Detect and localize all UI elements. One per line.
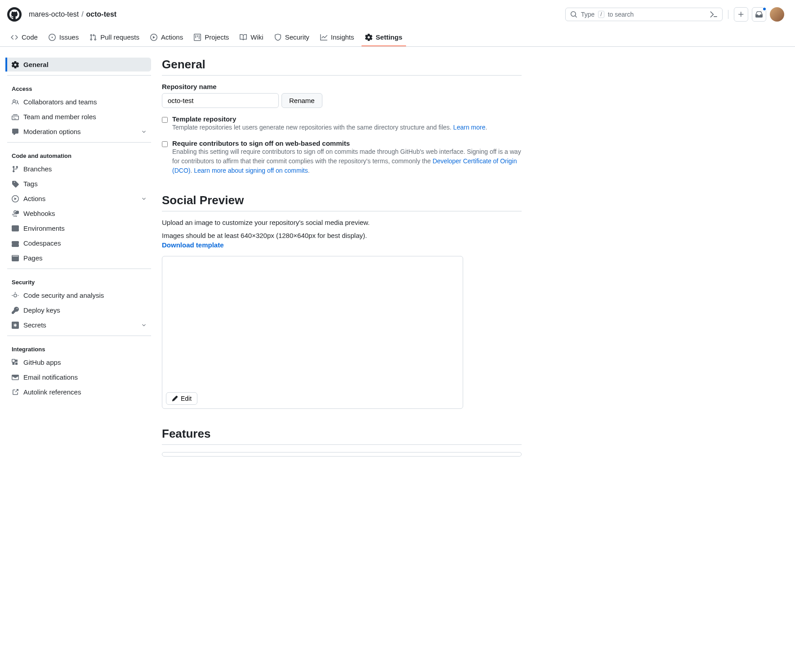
- sidebar-actions[interactable]: Actions: [7, 192, 151, 206]
- key-icon: [12, 307, 19, 314]
- create-button[interactable]: [734, 7, 748, 22]
- social-preview-box: Edit: [162, 256, 463, 409]
- tab-settings[interactable]: Settings: [362, 29, 406, 46]
- features-box: [162, 452, 522, 457]
- signoff-desc: Enabling this setting will require contr…: [172, 147, 522, 175]
- sidebar-tags[interactable]: Tags: [7, 177, 151, 191]
- signoff-label: Require contributors to sign off on web-…: [172, 139, 522, 147]
- page-title: General: [162, 58, 522, 76]
- features-title: Features: [162, 427, 522, 445]
- codespaces-icon: [12, 240, 19, 247]
- repo-name-input[interactable]: [162, 93, 279, 108]
- social-desc2: Images should be at least 640×320px (128…: [162, 232, 522, 239]
- webhook-icon: [12, 210, 19, 217]
- tab-code[interactable]: Code: [7, 29, 41, 46]
- sidebar-email[interactable]: Email notifications: [7, 370, 151, 384]
- chevron-down-icon: [141, 196, 147, 202]
- signoff-learn-link[interactable]: Learn more about signing off on commits: [194, 167, 308, 174]
- integrations-heading: Integrations: [7, 343, 151, 355]
- download-template-link[interactable]: Download template: [162, 241, 224, 249]
- sidebar-secrets[interactable]: Secrets: [7, 318, 151, 332]
- template-checkbox[interactable]: [162, 117, 168, 123]
- sidebar-webhooks[interactable]: Webhooks: [7, 206, 151, 220]
- comment-icon: [12, 128, 19, 135]
- sidebar-moderation[interactable]: Moderation options: [7, 125, 151, 139]
- repo-link[interactable]: octo-test: [86, 10, 117, 18]
- search-input[interactable]: Type / to search: [565, 8, 723, 21]
- divider: [728, 10, 728, 19]
- apps-icon: [12, 359, 19, 366]
- breadcrumb: mares-octo-test / octo-test: [29, 10, 565, 18]
- plus-icon: [737, 11, 745, 18]
- pencil-icon: [172, 395, 178, 402]
- social-title: Social Preview: [162, 193, 522, 211]
- github-logo[interactable]: [7, 7, 22, 22]
- sidebar-general[interactable]: General: [5, 58, 151, 72]
- tab-wiki[interactable]: Wiki: [236, 29, 267, 46]
- edit-button[interactable]: Edit: [166, 392, 197, 405]
- tab-security[interactable]: Security: [271, 29, 313, 46]
- breadcrumb-sep: /: [81, 10, 83, 18]
- code-heading: Code and automation: [7, 150, 151, 162]
- projects-icon: [194, 34, 201, 41]
- sidebar-deploy-keys[interactable]: Deploy keys: [7, 303, 151, 317]
- graph-icon: [320, 34, 327, 41]
- people-icon: [12, 99, 19, 106]
- id-badge-icon: [12, 113, 19, 121]
- sidebar-environments[interactable]: Environments: [7, 221, 151, 235]
- access-heading: Access: [7, 83, 151, 95]
- code-icon: [11, 34, 18, 41]
- sidebar-pages[interactable]: Pages: [7, 251, 151, 265]
- sidebar-github-apps[interactable]: GitHub apps: [7, 355, 151, 369]
- sidebar-branches[interactable]: Branches: [7, 162, 151, 176]
- scan-icon: [12, 292, 19, 299]
- gear-icon: [365, 34, 372, 41]
- repo-tabs: Code Issues Pull requests Actions Projec…: [0, 29, 795, 47]
- social-desc1: Upload an image to customize your reposi…: [162, 219, 522, 226]
- tab-insights[interactable]: Insights: [317, 29, 358, 46]
- server-icon: [12, 225, 19, 232]
- template-label: Template repository: [172, 115, 487, 123]
- repo-name-label: Repository name: [162, 83, 522, 90]
- signoff-checkbox[interactable]: [162, 141, 168, 147]
- sidebar-autolink[interactable]: Autolink references: [7, 385, 151, 399]
- tab-actions[interactable]: Actions: [147, 29, 187, 46]
- tab-issues[interactable]: Issues: [45, 29, 82, 46]
- sidebar-collaborators[interactable]: Collaborators and teams: [7, 95, 151, 109]
- notifications-button[interactable]: [752, 7, 766, 22]
- asterisk-icon: [12, 322, 19, 329]
- tab-projects[interactable]: Projects: [190, 29, 232, 46]
- sidebar-team-roles[interactable]: Team and member roles: [7, 110, 151, 124]
- sidebar-code-security[interactable]: Code security and analysis: [7, 288, 151, 302]
- inbox-icon: [755, 11, 763, 18]
- tab-pulls[interactable]: Pull requests: [86, 29, 143, 46]
- wiki-icon: [240, 34, 247, 41]
- template-desc: Template repositories let users generate…: [172, 123, 487, 132]
- notification-dot: [762, 7, 767, 11]
- main-content: General Repository name Rename Template …: [162, 58, 522, 457]
- chevron-down-icon: [141, 323, 147, 328]
- browser-icon: [12, 255, 19, 262]
- search-icon: [570, 11, 577, 18]
- mail-icon: [12, 374, 19, 381]
- shield-icon: [274, 34, 281, 41]
- actions-icon: [150, 34, 157, 41]
- learn-more-link[interactable]: Learn more: [453, 124, 486, 131]
- avatar[interactable]: [770, 7, 784, 22]
- security-heading: Security: [7, 276, 151, 288]
- owner-link[interactable]: mares-octo-test: [29, 10, 79, 18]
- pr-icon: [89, 34, 97, 41]
- issues-icon: [49, 34, 56, 41]
- tag-icon: [12, 180, 19, 188]
- link-external-icon: [12, 389, 19, 396]
- play-icon: [12, 195, 19, 202]
- sidebar-codespaces[interactable]: Codespaces: [7, 236, 151, 250]
- chevron-down-icon: [141, 129, 147, 134]
- sidebar: General Access Collaborators and teams T…: [7, 58, 151, 457]
- rename-button[interactable]: Rename: [281, 93, 322, 108]
- branch-icon: [12, 166, 19, 173]
- gear-icon: [12, 61, 19, 68]
- shortcut-key: /: [598, 11, 604, 18]
- cmd-palette-icon[interactable]: [710, 10, 718, 18]
